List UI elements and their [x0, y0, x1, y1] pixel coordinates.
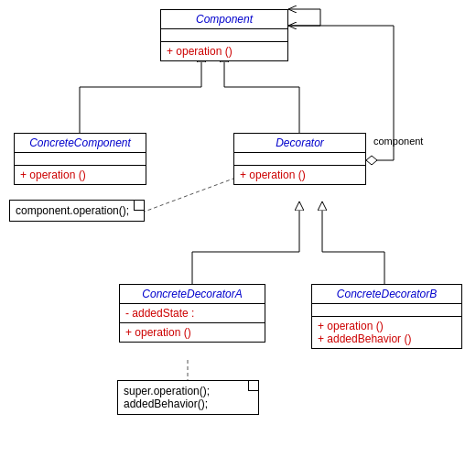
- concrete-decorator-b-methods-section: + operation () + addedBehavior (): [312, 317, 461, 348]
- concrete-component-methods-section: + operation (): [15, 166, 146, 184]
- svg-marker-14: [366, 156, 377, 165]
- diagram-container: Component + operation () ConcreteCompone…: [0, 0, 476, 468]
- decorator-class-name: Decorator: [234, 134, 365, 153]
- concrete-decorator-a-class: ConcreteDecoratorA - addedState : + oper…: [119, 284, 265, 343]
- component-class-name: Component: [161, 10, 287, 29]
- component-label: component: [373, 136, 423, 147]
- component-class-section-empty: [161, 29, 287, 42]
- concrete-decorator-a-methods-section: + operation (): [120, 323, 265, 342]
- decorator-methods-section: + operation (): [234, 166, 365, 184]
- decorator-empty-section: [234, 153, 365, 166]
- decorator-method-operation: + operation (): [240, 169, 360, 181]
- concrete-component-class: ConcreteComponent + operation (): [14, 133, 146, 185]
- concrete-component-class-name: ConcreteComponent: [15, 134, 146, 153]
- note-super-operation-text: super.operation(); addedBehavior();: [124, 385, 210, 410]
- concrete-component-method-operation: + operation (): [20, 169, 140, 181]
- note-component-operation: component.operation();: [9, 200, 145, 222]
- concrete-decorator-a-method-operation: + operation (): [125, 326, 259, 339]
- decorator-class: Decorator + operation (): [233, 133, 366, 185]
- concrete-decorator-a-fields-section: - addedState :: [120, 304, 265, 323]
- concrete-decorator-b-class-name: ConcreteDecoratorB: [312, 285, 461, 304]
- note-super-operation: super.operation(); addedBehavior();: [117, 380, 259, 415]
- concrete-decorator-a-class-name: ConcreteDecoratorA: [120, 285, 265, 304]
- concrete-decorator-b-method-operation: + operation (): [318, 320, 456, 332]
- component-method-operation: + operation (): [167, 45, 282, 58]
- concrete-component-empty-section: [15, 153, 146, 166]
- concrete-decorator-b-class: ConcreteDecoratorB + operation () + adde…: [311, 284, 462, 349]
- component-class: Component + operation (): [160, 9, 288, 61]
- note-component-operation-text: component.operation();: [16, 204, 129, 217]
- concrete-decorator-b-method-addedbehavior: + addedBehavior (): [318, 332, 456, 345]
- svg-line-21: [142, 179, 233, 212]
- concrete-decorator-b-empty-section: [312, 304, 461, 317]
- concrete-decorator-a-field-addedstate: - addedState :: [125, 307, 259, 320]
- component-methods-section: + operation (): [161, 42, 287, 60]
